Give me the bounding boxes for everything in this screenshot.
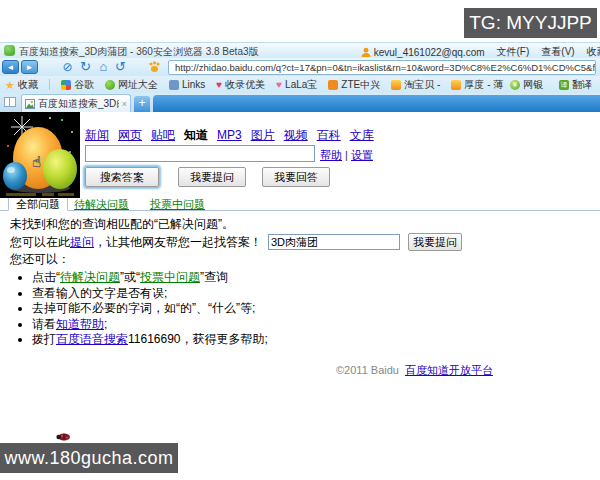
suggestion-item: 查看输入的文字是否有误; <box>32 286 462 302</box>
suggestion-item: 拨打百度语音搜索11616690，获得更多帮助; <box>32 332 462 348</box>
url-text: http://zhidao.baidu.com/q?ct=17&pn=0&tn=… <box>175 62 596 73</box>
paw-icon[interactable] <box>148 61 161 73</box>
bookmark-netbank[interactable]: ¥ 网银 <box>510 78 543 92</box>
svg-text:☝: ☝ <box>32 153 41 171</box>
nav-wenku[interactable]: 文库 <box>350 128 374 142</box>
account-area[interactable]: kevul_4161022@qq.com <box>361 47 485 58</box>
bookmark-taobao[interactable]: 淘宝贝 - <box>391 78 440 92</box>
copyright-text: ©2011 Baidu <box>336 364 399 376</box>
help-link[interactable]: 帮助 <box>320 149 342 161</box>
bookmark-shoulu[interactable]: ♥ 收录优美 <box>216 78 265 92</box>
also-can-label: 您还可以： <box>10 251 462 267</box>
back-button[interactable]: ◄ <box>2 60 19 74</box>
nav-video[interactable]: 视频 <box>284 128 308 142</box>
ask-submit-button[interactable]: 我要提问 <box>408 233 462 251</box>
nav-web[interactable]: 网页 <box>118 128 142 142</box>
site-watermark: www.180gucha.com <box>0 443 178 473</box>
split-view-icon[interactable] <box>4 97 16 107</box>
active-tab[interactable]: 百度知道搜索_3D肉蒲团 × <box>21 94 131 112</box>
zte-icon <box>328 80 338 90</box>
menu-view[interactable]: 查看(V) <box>541 45 574 58</box>
folder-icon <box>451 80 461 90</box>
nav-baike[interactable]: 百科 <box>317 128 341 142</box>
open-platform-link[interactable]: 百度知道开放平台 <box>405 364 493 376</box>
heart-icon: ♥ <box>276 80 282 90</box>
refresh-icon[interactable]: ↻ <box>78 59 93 75</box>
bookmark-lala[interactable]: ♥ LaLa宝 <box>276 78 317 92</box>
forward-button[interactable]: ► <box>21 60 38 74</box>
link-icon <box>169 80 179 90</box>
window-title: 百度知道搜索_3D肉蒲团 - 360安全浏览器 3.8 Beta3版 <box>19 45 259 58</box>
page-content: ☝ 新闻网页贴吧知道MP3图片视频百科文库 帮助 | 设置 搜索答案 我要提问 … <box>0 112 600 480</box>
nav-zhidao-current: 知道 <box>184 128 208 142</box>
bookmark-site-directory[interactable]: 网址大全 <box>105 78 158 92</box>
voting-link[interactable]: 投票中问题 <box>140 270 200 284</box>
suggestion-item: 请看知道帮助; <box>32 317 462 333</box>
new-tab-button[interactable]: + <box>134 96 150 112</box>
tg-watermark: TG: MYYJJPP <box>464 8 597 38</box>
tab-voting-questions[interactable]: 投票中问题 <box>150 197 205 212</box>
bookmarks-separator <box>49 79 50 90</box>
not-found-message: 未找到和您的查询相匹配的“已解决问题”。 <box>10 216 462 232</box>
unsolved-link[interactable]: 待解决问题 <box>60 270 120 284</box>
suggestion-list: 点击“待解决问题”或“投票中问题”查询 查看输入的文字是否有误; 去掉可能不必要… <box>10 270 462 348</box>
menu-file[interactable]: 文件(F) <box>497 45 530 58</box>
user-avatar-icon <box>361 47 371 57</box>
suggestion-item: 去掉可能不必要的字词，如“的”、“什么”等; <box>32 301 462 317</box>
bookmark-zte[interactable]: ZTE中兴 <box>328 78 380 92</box>
ask-question-input[interactable] <box>268 234 400 250</box>
search-answers-button[interactable]: 搜索答案 <box>85 167 159 187</box>
nav-tieba[interactable]: 贴吧 <box>151 128 175 142</box>
browser-titlebar: 百度知道搜索_3D肉蒲团 - 360安全浏览器 3.8 Beta3版 kevul… <box>0 42 600 58</box>
bookmark-links[interactable]: Links <box>169 79 205 90</box>
tabbar-filler <box>153 95 600 112</box>
ask-question-button[interactable]: 我要提问 <box>178 167 246 187</box>
ask-link[interactable]: 提问 <box>70 234 94 250</box>
google-icon <box>61 80 71 90</box>
bookmarks-bar: ★ 收藏 谷歌 网址大全 Links ♥ 收录优美 ♥ LaLa宝 ZTE中兴 … <box>0 76 600 93</box>
tab-title: 百度知道搜索_3D肉蒲团 <box>38 97 119 111</box>
account-email: kevul_4161022@qq.com <box>374 47 485 58</box>
zhidao-help-link[interactable]: 知道帮助 <box>56 317 104 331</box>
tab-close-icon[interactable]: × <box>122 99 127 109</box>
netbank-icon: ¥ <box>510 80 520 90</box>
ladybug-icon <box>55 432 71 442</box>
suggestion-item: 点击“待解决问题”或“投票中问题”查询 <box>32 270 462 286</box>
stop-icon[interactable]: ⊘ <box>60 59 75 75</box>
voice-search-link[interactable]: 百度语音搜索 <box>56 332 128 346</box>
bookmark-google[interactable]: 谷歌 <box>61 78 94 92</box>
result-message-area: 未找到和您的查询相匹配的“已解决问题”。 您可以在此提问，让其他网友帮您一起找答… <box>10 216 462 348</box>
golden-eggs-image[interactable]: ☝ <box>0 112 80 198</box>
tab-favicon <box>25 99 35 109</box>
translate-icon: 译 <box>559 80 569 90</box>
answer-button[interactable]: 我要回答 <box>262 167 330 187</box>
tab-unsolved-questions[interactable]: 待解决问题 <box>74 197 129 212</box>
browser-toolbar: ◄ ► ⊘ ↻ ⌂ ↺ http://zhidao.baidu.com/q?ct… <box>0 58 600 76</box>
baidu-service-nav: 新闻网页贴吧知道MP3图片视频百科文库 <box>85 127 383 144</box>
page-footer: ©2011 Baidu百度知道开放平台 <box>336 363 493 378</box>
globe-icon <box>105 80 115 90</box>
browser-360-logo-icon <box>4 45 15 56</box>
address-bar[interactable]: http://zhidao.baidu.com/q?ct=17&pn=0&tn=… <box>168 60 596 75</box>
star-icon: ★ <box>5 80 15 90</box>
ask-line: 您可以在此提问，让其他网友帮您一起找答案！ 我要提问 <box>10 233 462 251</box>
bookmark-translate[interactable]: 译 翻译 <box>559 78 592 92</box>
nav-mp3[interactable]: MP3 <box>217 128 242 142</box>
home-icon[interactable]: ⌂ <box>96 59 111 75</box>
bookmark-houdu[interactable]: 厚度 - 薄 <box>451 78 503 92</box>
heart-icon: ♥ <box>216 80 222 90</box>
history-undo-icon[interactable]: ↺ <box>113 59 128 75</box>
nav-image[interactable]: 图片 <box>251 128 275 142</box>
nav-news[interactable]: 新闻 <box>85 128 109 142</box>
result-tabs: 全部问题 待解决问题 投票中问题 <box>0 195 600 211</box>
bookmark-favorites[interactable]: ★ 收藏 <box>5 78 38 92</box>
search-input[interactable] <box>85 145 315 162</box>
menu-favorites[interactable]: 收藏( <box>587 45 600 58</box>
tab-bar: 百度知道搜索_3D肉蒲团 × + <box>0 93 600 112</box>
taobao-icon <box>391 80 401 90</box>
settings-link[interactable]: 设置 <box>351 149 373 161</box>
help-settings-links: 帮助 | 设置 <box>320 148 373 163</box>
